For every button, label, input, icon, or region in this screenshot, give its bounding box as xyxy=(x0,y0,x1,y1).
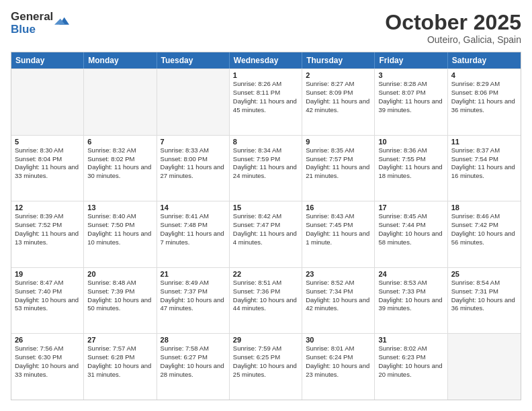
day-number: 7 xyxy=(161,138,226,146)
day-number: 31 xyxy=(378,336,443,344)
daylight-text: Daylight: 10 hours and 31 minutes. xyxy=(87,362,152,379)
day-number: 20 xyxy=(87,270,152,278)
sunrise-text: Sunrise: 7:59 AM xyxy=(233,345,298,353)
calendar-cell-22: 22Sunrise: 8:51 AMSunset: 7:36 PMDayligh… xyxy=(230,268,302,334)
sunset-text: Sunset: 7:57 PM xyxy=(306,155,371,164)
sunrise-text: Sunrise: 8:27 AM xyxy=(306,80,371,89)
calendar-cell-20: 20Sunrise: 8:48 AMSunset: 7:39 PMDayligh… xyxy=(84,268,157,334)
daylight-text: Daylight: 10 hours and 23 minutes. xyxy=(306,362,371,379)
sunrise-text: Sunrise: 8:54 AM xyxy=(451,279,517,287)
sunrise-text: Sunrise: 8:52 AM xyxy=(306,279,371,287)
calendar-cell-11: 11Sunrise: 8:37 AMSunset: 7:54 PMDayligh… xyxy=(448,136,521,201)
calendar-cell-2: 2Sunrise: 8:27 AMSunset: 8:09 PMDaylight… xyxy=(302,69,375,135)
sunset-text: Sunset: 6:25 PM xyxy=(233,353,298,362)
header-day-thursday: Thursday xyxy=(302,52,375,68)
calendar-cell-3: 3Sunrise: 8:28 AMSunset: 8:07 PMDaylight… xyxy=(375,69,447,135)
daylight-text: Daylight: 10 hours and 44 minutes. xyxy=(233,296,298,314)
sunrise-text: Sunrise: 8:02 AM xyxy=(378,345,443,353)
sunset-text: Sunset: 7:40 PM xyxy=(15,287,80,296)
calendar-cell-16: 16Sunrise: 8:43 AMSunset: 7:45 PMDayligh… xyxy=(302,201,375,267)
calendar-cell-10: 10Sunrise: 8:36 AMSunset: 7:55 PMDayligh… xyxy=(375,136,447,201)
day-number: 19 xyxy=(15,270,80,278)
daylight-text: Daylight: 11 hours and 16 minutes. xyxy=(451,163,517,181)
calendar-row-4: 26Sunrise: 7:56 AMSunset: 6:30 PMDayligh… xyxy=(11,333,521,400)
sunset-text: Sunset: 7:52 PM xyxy=(15,221,80,230)
calendar-cell-15: 15Sunrise: 8:42 AMSunset: 7:47 PMDayligh… xyxy=(230,201,302,267)
daylight-text: Daylight: 10 hours and 25 minutes. xyxy=(233,362,298,379)
calendar-cell-23: 23Sunrise: 8:52 AMSunset: 7:34 PMDayligh… xyxy=(302,268,375,334)
sunset-text: Sunset: 8:04 PM xyxy=(15,155,80,164)
calendar-cell-5: 5Sunrise: 8:30 AMSunset: 8:04 PMDaylight… xyxy=(11,136,84,201)
header-day-sunday: Sunday xyxy=(11,52,84,68)
day-number: 12 xyxy=(15,203,80,212)
day-number: 15 xyxy=(233,203,298,212)
sunset-text: Sunset: 7:45 PM xyxy=(306,221,371,230)
sunrise-text: Sunrise: 8:34 AM xyxy=(233,146,298,155)
daylight-text: Daylight: 11 hours and 24 minutes. xyxy=(233,163,298,181)
title-block: October 2025 Outeiro, Galicia, Spain xyxy=(385,11,521,45)
sunrise-text: Sunrise: 8:40 AM xyxy=(87,212,152,221)
daylight-text: Daylight: 10 hours and 33 minutes. xyxy=(15,362,80,379)
calendar-cell-empty xyxy=(11,69,84,135)
calendar-cell-19: 19Sunrise: 8:47 AMSunset: 7:40 PMDayligh… xyxy=(11,268,84,334)
calendar-cell-30: 30Sunrise: 8:01 AMSunset: 6:24 PMDayligh… xyxy=(302,334,375,400)
header: General Blue October 2025 Outeiro, Galic… xyxy=(11,11,521,45)
day-number: 26 xyxy=(15,336,80,344)
sunrise-text: Sunrise: 8:39 AM xyxy=(15,212,80,221)
daylight-text: Daylight: 11 hours and 27 minutes. xyxy=(161,163,226,181)
day-number: 28 xyxy=(161,336,226,344)
daylight-text: Daylight: 10 hours and 50 minutes. xyxy=(87,296,152,314)
day-number: 23 xyxy=(306,270,371,278)
calendar-cell-6: 6Sunrise: 8:32 AMSunset: 8:02 PMDaylight… xyxy=(84,136,157,201)
header-day-wednesday: Wednesday xyxy=(230,52,302,68)
sunrise-text: Sunrise: 8:46 AM xyxy=(451,212,517,221)
day-number: 10 xyxy=(378,138,443,146)
sunset-text: Sunset: 8:02 PM xyxy=(87,155,152,164)
day-number: 18 xyxy=(451,203,517,212)
sunset-text: Sunset: 7:47 PM xyxy=(233,221,298,230)
sunset-text: Sunset: 6:24 PM xyxy=(306,353,371,362)
logo-general: General xyxy=(11,11,53,24)
sunrise-text: Sunrise: 8:47 AM xyxy=(15,279,80,287)
sunset-text: Sunset: 6:27 PM xyxy=(161,353,226,362)
daylight-text: Daylight: 10 hours and 56 minutes. xyxy=(451,230,517,247)
page: General Blue October 2025 Outeiro, Galic… xyxy=(0,0,532,411)
daylight-text: Daylight: 10 hours and 53 minutes. xyxy=(15,296,80,314)
daylight-text: Daylight: 10 hours and 47 minutes. xyxy=(161,296,226,314)
sunrise-text: Sunrise: 8:29 AM xyxy=(451,80,517,89)
day-number: 21 xyxy=(161,270,226,278)
day-number: 4 xyxy=(451,71,517,79)
sunrise-text: Sunrise: 7:57 AM xyxy=(87,345,152,353)
day-number: 13 xyxy=(87,203,152,212)
sunset-text: Sunset: 6:23 PM xyxy=(378,353,443,362)
sunrise-text: Sunrise: 8:01 AM xyxy=(306,345,371,353)
sunrise-text: Sunrise: 8:43 AM xyxy=(306,212,371,221)
calendar-cell-18: 18Sunrise: 8:46 AMSunset: 7:42 PMDayligh… xyxy=(448,201,521,267)
day-number: 29 xyxy=(233,336,298,344)
calendar-cell-29: 29Sunrise: 7:59 AMSunset: 6:25 PMDayligh… xyxy=(230,334,302,400)
sunrise-text: Sunrise: 8:48 AM xyxy=(87,279,152,287)
daylight-text: Daylight: 10 hours and 42 minutes. xyxy=(306,296,371,314)
daylight-text: Daylight: 11 hours and 39 minutes. xyxy=(378,97,443,115)
day-number: 24 xyxy=(378,270,443,278)
calendar-cell-7: 7Sunrise: 8:33 AMSunset: 8:00 PMDaylight… xyxy=(157,136,230,201)
sunset-text: Sunset: 8:00 PM xyxy=(161,155,226,164)
calendar-cell-27: 27Sunrise: 7:57 AMSunset: 6:28 PMDayligh… xyxy=(84,334,157,400)
calendar-row-1: 5Sunrise: 8:30 AMSunset: 8:04 PMDaylight… xyxy=(11,135,521,201)
sunset-text: Sunset: 7:44 PM xyxy=(378,221,443,230)
daylight-text: Daylight: 10 hours and 28 minutes. xyxy=(161,362,226,379)
sunset-text: Sunset: 7:50 PM xyxy=(87,221,152,230)
sunset-text: Sunset: 8:07 PM xyxy=(378,89,443,97)
sunrise-text: Sunrise: 8:45 AM xyxy=(378,212,443,221)
day-number: 6 xyxy=(87,138,152,146)
daylight-text: Daylight: 11 hours and 33 minutes. xyxy=(15,163,80,181)
day-number: 30 xyxy=(306,336,371,344)
sunrise-text: Sunrise: 8:53 AM xyxy=(378,279,443,287)
sunset-text: Sunset: 7:48 PM xyxy=(161,221,226,230)
day-number: 25 xyxy=(451,270,517,278)
header-day-tuesday: Tuesday xyxy=(157,52,230,68)
logo-blue: Blue xyxy=(11,24,53,36)
header-day-friday: Friday xyxy=(375,52,447,68)
sunrise-text: Sunrise: 8:49 AM xyxy=(161,279,226,287)
header-day-monday: Monday xyxy=(84,52,157,68)
